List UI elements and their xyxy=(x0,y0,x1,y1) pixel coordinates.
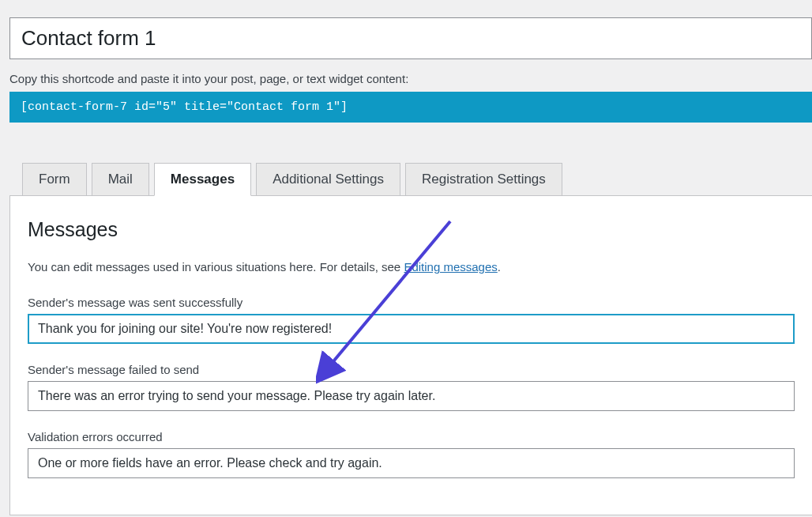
panel-intro-text: You can edit messages used in various si… xyxy=(28,260,404,274)
panel-intro-after: . xyxy=(498,260,501,274)
tab-mail[interactable]: Mail xyxy=(92,163,149,196)
shortcode-box[interactable]: [contact-form-7 id="5" title="Contact fo… xyxy=(9,92,812,123)
tabs-nav: Form Mail Messages Additional Settings R… xyxy=(22,163,812,196)
tab-additional-settings[interactable]: Additional Settings xyxy=(256,163,400,196)
tab-registration-settings[interactable]: Registration Settings xyxy=(405,163,562,196)
form-title-input[interactable] xyxy=(9,17,812,59)
field-label-validation-errors: Validation errors occurred xyxy=(28,430,795,443)
field-sent-success: Sender's message was sent successfully xyxy=(28,296,795,344)
field-input-validation-errors[interactable] xyxy=(28,448,795,478)
shortcode-instructions: Copy this shortcode and paste it into yo… xyxy=(9,72,812,85)
tab-form[interactable]: Form xyxy=(22,163,87,196)
field-send-failed: Sender's message failed to send xyxy=(28,363,795,411)
field-input-send-failed[interactable] xyxy=(28,381,795,411)
messages-panel: Messages You can edit messages used in v… xyxy=(9,195,812,515)
field-label-send-failed: Sender's message failed to send xyxy=(28,363,795,376)
field-label-sent-success: Sender's message was sent successfully xyxy=(28,296,795,309)
tab-messages[interactable]: Messages xyxy=(154,163,251,196)
editing-messages-link[interactable]: Editing messages xyxy=(404,260,497,274)
field-validation-errors: Validation errors occurred xyxy=(28,430,795,478)
panel-heading: Messages xyxy=(28,218,795,241)
field-input-sent-success[interactable] xyxy=(28,314,795,344)
panel-intro: You can edit messages used in various si… xyxy=(28,260,795,274)
